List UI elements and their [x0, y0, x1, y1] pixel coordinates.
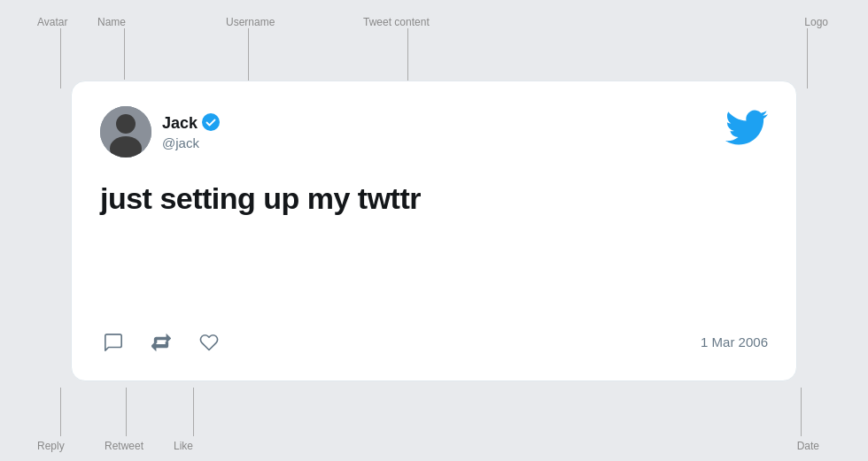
tweet-content: just setting up my twttr — [100, 179, 768, 301]
reply-button[interactable] — [100, 329, 127, 356]
name-row: Jack — [162, 113, 220, 134]
avatar-annotation: Avatar — [37, 16, 67, 28]
like-button[interactable] — [196, 329, 222, 356]
tweet-user: Jack @jack — [100, 106, 220, 158]
username: @jack — [162, 135, 220, 150]
tweet-actions — [100, 329, 222, 356]
retweet-button[interactable] — [148, 329, 174, 356]
name-annotation: Name — [97, 16, 126, 28]
like-annotation: Like — [174, 440, 193, 452]
reply-annotation: Reply — [37, 440, 65, 452]
tweet-card: Jack @jack just setting up my twttr — [71, 81, 797, 381]
tweet-header: Jack @jack — [100, 106, 768, 158]
like-icon — [199, 333, 219, 352]
reply-icon — [104, 333, 123, 352]
retweet-annotation: Retweet — [105, 440, 143, 452]
svg-point-3 — [202, 113, 220, 131]
twitter-logo — [725, 106, 768, 155]
display-name: Jack — [162, 114, 198, 133]
verified-badge — [202, 113, 220, 134]
date-annotation: Date — [797, 440, 819, 452]
content-annotation: Tweet content — [363, 16, 430, 28]
user-info: Jack @jack — [162, 113, 220, 150]
avatar — [100, 106, 151, 158]
tweet-date: 1 Mar 2006 — [701, 334, 768, 350]
retweet-icon — [151, 333, 171, 352]
logo-annotation: Logo — [804, 16, 828, 28]
username-annotation: Username — [226, 16, 275, 28]
tweet-footer: 1 Mar 2006 — [100, 329, 768, 356]
svg-point-1 — [116, 114, 136, 134]
